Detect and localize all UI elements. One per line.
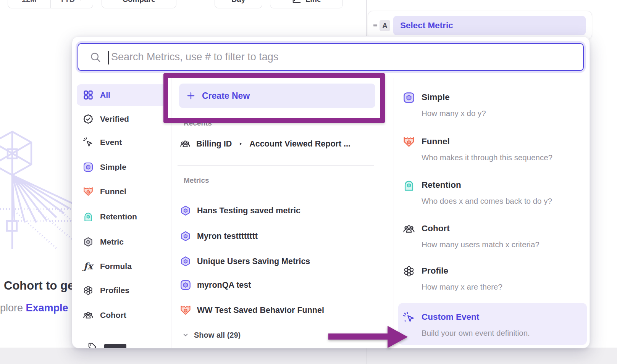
select-metric-button[interactable]: Select Metric [393,16,586,35]
category-formula[interactable]: ƒx Formula [77,256,166,277]
column-divider-left [171,78,171,348]
type-funnel[interactable]: Funnel [422,137,450,147]
retention-icon [83,211,94,222]
panel-divider-top [366,0,367,36]
type-cohort[interactable]: Cohort [422,224,450,234]
example-link[interactable]: Example [26,302,68,314]
type-simple[interactable]: Simple [422,92,450,102]
background-heading-fragment: Cohort to ge [4,279,74,293]
simple-metric-icon [83,162,94,172]
recents-metrics-divider [178,165,374,166]
metrics-heading: Metrics [184,176,209,185]
range-ytd-button[interactable]: YTD [50,0,93,8]
hexagon-metric-icon [180,256,191,267]
saved-metric-item[interactable]: WW Test Saved Behavior Funnel [180,301,386,319]
range-ytd-label: YTD [60,0,75,4]
background-explore-fragment: plore Example [0,302,68,314]
create-new-button[interactable]: Create New [179,84,375,108]
recent-item-secondary: Account Viewed Report ... [249,139,350,149]
day-label: Day [231,0,246,4]
custom-event-spark-icon [403,311,415,324]
compare-button[interactable]: Compare [102,0,176,8]
clipped-tag-row [104,344,126,348]
hexagon-metric-icon [83,237,94,247]
column-divider-right [394,78,394,348]
saved-metric-label: WW Test Saved Behavior Funnel [197,306,324,315]
search-box [78,43,584,71]
saved-metric-item[interactable]: Unique Users Saving Metrics [180,253,386,270]
cohort-people-icon [403,223,415,235]
category-label: All [100,90,110,100]
drag-handle-icon[interactable] [372,22,379,29]
panel-divider-bottom [367,348,367,364]
category-retention[interactable]: Retention [77,206,166,227]
simple-metric-icon [180,279,191,291]
search-input[interactable] [110,44,569,70]
recent-item-primary: Billing ID [196,139,232,149]
recent-item-billing[interactable]: Billing ID Account Viewed Report ... [180,135,386,153]
metric-selector-dropdown: All Verified Event Simple Funnel Retenti… [72,36,590,348]
formula-fx-icon: ƒx [83,261,94,272]
category-funnel[interactable]: Funnel [77,181,166,202]
saved-metric-item[interactable]: myronQA test [180,276,386,294]
create-new-label: Create New [202,91,250,101]
category-label: Formula [100,262,132,271]
search-icon [90,52,101,63]
caret-right-icon [238,141,243,147]
show-all-button[interactable]: Show all (29) [182,329,241,341]
category-label: Verified [100,114,129,124]
retention-icon [403,179,415,192]
simple-metric-icon [403,92,415,104]
category-label: Metric [100,237,124,246]
category-label: Event [100,138,122,147]
category-label: Funnel [100,187,126,196]
hexagon-metric-icon [180,205,191,216]
range-12m-button[interactable]: 12M [8,0,50,8]
metric-query-row: A Select Metric [368,11,592,40]
custom-event-highlight [398,303,587,345]
chart-type-line-button[interactable]: Line [270,0,343,8]
category-simple[interactable]: Simple [77,156,166,178]
verified-badge-icon [83,114,94,124]
category-profiles[interactable]: Profiles [77,280,166,301]
saved-metric-label: Myron testttttttt [197,232,258,241]
cohort-people-icon [180,139,191,149]
type-retention-description: Who does x and comes back to do y? [422,196,552,206]
category-label: Profiles [100,286,129,295]
type-retention[interactable]: Retention [422,180,461,190]
type-custom-event-description: Build your own event definition. [422,329,530,338]
sidebar-divider [82,333,161,333]
category-label: Simple [100,163,126,172]
series-badge: A [380,20,390,31]
range-12m-label: 12M [22,0,37,4]
category-label: Retention [100,212,137,221]
category-cohort[interactable]: Cohort [77,304,166,326]
category-all[interactable]: All [77,84,166,106]
chevron-down-icon [78,0,84,2]
cohort-people-icon [83,310,94,321]
saved-metric-label: Hans Testing saved metric [197,206,300,216]
type-profile[interactable]: Profile [422,266,448,276]
tag-icon[interactable] [87,342,97,348]
saved-metric-item[interactable]: Hans Testing saved metric [180,202,386,219]
type-simple-description: How many x do y? [422,109,486,118]
category-metric[interactable]: Metric [77,231,166,253]
compare-label: Compare [123,0,156,4]
type-custom-event[interactable]: Custom Event [422,312,479,322]
funnel-icon [180,304,191,316]
profile-flower-icon [403,265,415,277]
type-funnel-description: Who makes it through this sequence? [422,153,552,162]
category-event[interactable]: Event [77,132,166,153]
saved-metric-item[interactable]: Myron testttttttt [180,227,386,245]
time-range-group[interactable]: 12M YTD [8,0,93,8]
profiles-flower-icon [83,285,94,296]
select-metric-label: Select Metric [400,21,453,31]
explore-text-fragment: plore [0,302,26,314]
hexagon-metric-icon [180,230,191,242]
granularity-day-button[interactable]: Day [215,0,262,8]
chevron-down-icon [182,331,189,339]
canvas-bottom-strip [0,348,617,364]
show-all-label: Show all (29) [194,331,241,340]
category-verified[interactable]: Verified [77,108,166,130]
funnel-icon [83,186,94,197]
